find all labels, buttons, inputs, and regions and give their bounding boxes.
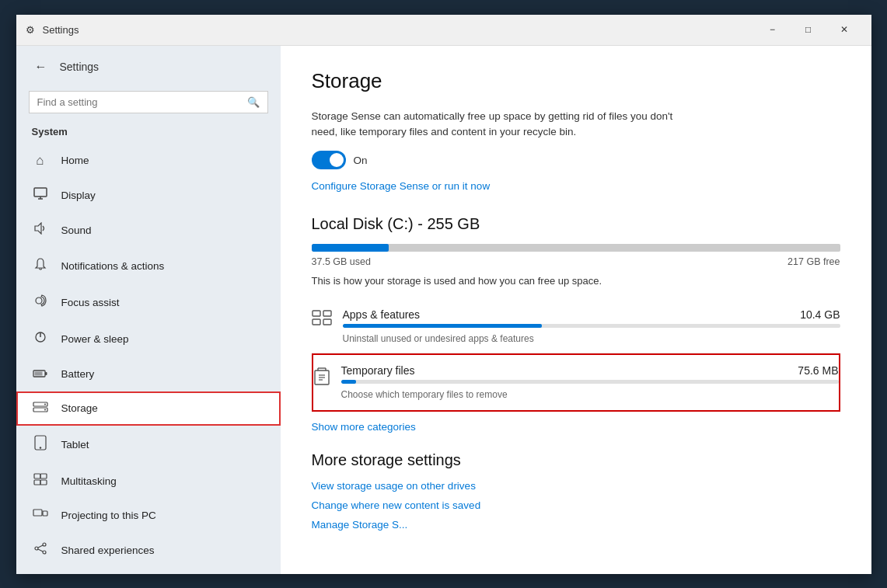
manage-storage-link[interactable]: Manage Storage S...: [312, 519, 840, 531]
svg-rect-29: [323, 311, 331, 316]
settings-icon: ⚙: [26, 24, 35, 36]
temp-icon: [313, 366, 330, 391]
search-input[interactable]: [37, 96, 241, 108]
temp-bar: [341, 380, 839, 384]
back-button[interactable]: ←: [32, 57, 51, 77]
storage-sense-toggle[interactable]: [312, 151, 346, 169]
sidebar: ← Settings 🔍 System ⌂ Home: [16, 46, 281, 574]
titlebar-left: ⚙ Settings: [26, 24, 79, 36]
config-link[interactable]: Configure Storage Sense or run it now: [312, 180, 491, 192]
main-content: Storage Storage Sense can automatically …: [281, 46, 871, 574]
sidebar-item-power-label: Power & sleep: [61, 333, 129, 345]
storage-item-apps[interactable]: Apps & features 10.4 GB Uninstall unused…: [312, 301, 840, 353]
temp-details: Temporary files 75.6 MB Choose which tem…: [341, 364, 839, 401]
svg-rect-28: [313, 311, 320, 316]
sidebar-item-focus-label: Focus assist: [61, 297, 120, 308]
system-label: System: [16, 123, 281, 144]
sidebar-item-notifications[interactable]: Notifications & actions: [16, 248, 281, 284]
sidebar-item-shared-label: Shared experiences: [61, 545, 155, 556]
temp-desc: Choose which temporary files to remove: [341, 389, 508, 400]
svg-point-13: [44, 409, 46, 410]
display-icon: [32, 187, 49, 204]
svg-point-15: [39, 447, 40, 448]
search-box: 🔍: [29, 91, 268, 113]
storage-item-temp[interactable]: Temporary files 75.6 MB Choose which tem…: [313, 357, 839, 409]
disk-hint: This is how your storage is used and how…: [312, 275, 840, 287]
apps-bar: [343, 324, 840, 328]
sidebar-item-multitasking[interactable]: Multitasking: [16, 464, 281, 499]
svg-rect-21: [43, 511, 47, 516]
sidebar-item-sound-label: Sound: [61, 224, 92, 236]
apps-name: Apps & features: [343, 308, 421, 321]
sidebar-item-home[interactable]: ⌂ Home: [16, 144, 281, 178]
sidebar-item-sound[interactable]: Sound: [16, 213, 281, 248]
titlebar-controls: − □ ✕: [755, 17, 862, 42]
show-more-link[interactable]: Show more categories: [312, 421, 416, 433]
settings-window: ⚙ Settings − □ ✕ ← Settings 🔍 System ⌂ H…: [16, 15, 871, 574]
minimize-button[interactable]: −: [755, 17, 791, 42]
view-storage-link[interactable]: View storage usage on other drives: [312, 480, 840, 492]
svg-rect-9: [34, 371, 42, 375]
sense-description: Storage Sense can automatically free up …: [312, 109, 685, 141]
svg-point-25: [43, 551, 46, 554]
disk-usage-bar: [312, 244, 840, 252]
more-settings-title: More storage settings: [312, 451, 840, 469]
apps-bar-fill: [343, 324, 542, 328]
storage-icon: [32, 401, 49, 416]
svg-rect-31: [323, 319, 331, 325]
sidebar-item-storage-label: Storage: [61, 402, 98, 414]
svg-point-12: [44, 403, 46, 405]
svg-point-24: [35, 547, 38, 550]
projecting-icon: [32, 508, 49, 524]
temp-files-highlighted: Temporary files 75.6 MB Choose which tem…: [312, 353, 840, 412]
svg-rect-20: [33, 510, 42, 516]
svg-line-27: [38, 549, 43, 551]
titlebar-title: Settings: [43, 24, 79, 36]
svg-point-4: [36, 297, 42, 304]
svg-rect-0: [34, 188, 47, 197]
svg-rect-18: [34, 480, 40, 485]
change-content-link[interactable]: Change where new content is saved: [312, 499, 840, 511]
svg-rect-19: [40, 480, 47, 485]
sidebar-item-multitasking-label: Multitasking: [61, 475, 117, 487]
sidebar-title: Settings: [60, 61, 100, 73]
apps-top: Apps & features 10.4 GB: [343, 308, 840, 321]
home-icon: ⌂: [32, 153, 49, 169]
sidebar-item-tablet-label: Tablet: [61, 439, 89, 451]
sidebar-item-projecting[interactable]: Projecting to this PC: [16, 499, 281, 533]
sidebar-item-power[interactable]: Power & sleep: [16, 321, 281, 357]
svg-marker-3: [35, 223, 41, 234]
sidebar-item-home-label: Home: [61, 155, 89, 166]
page-title: Storage: [312, 69, 840, 93]
disk-title: Local Disk (C:) - 255 GB: [312, 215, 840, 233]
temp-size: 75.6 MB: [798, 364, 838, 377]
svg-line-26: [38, 545, 43, 548]
sidebar-item-focus[interactable]: Focus assist: [16, 284, 281, 321]
apps-details: Apps & features 10.4 GB Uninstall unused…: [343, 308, 840, 345]
disk-used-label: 37.5 GB used: [312, 256, 371, 267]
multitasking-icon: [32, 473, 49, 489]
svg-point-23: [43, 543, 46, 546]
battery-icon: [32, 367, 49, 382]
sidebar-item-tablet[interactable]: Tablet: [16, 426, 281, 464]
sidebar-item-storage[interactable]: Storage: [16, 391, 281, 426]
sound-icon: [32, 222, 49, 238]
temp-bar-fill: [341, 380, 356, 384]
sidebar-item-shared[interactable]: Shared experiences: [16, 533, 281, 568]
focus-icon: [32, 294, 49, 311]
sidebar-item-projecting-label: Projecting to this PC: [61, 510, 156, 521]
sidebar-item-battery[interactable]: Battery: [16, 357, 281, 391]
close-button[interactable]: ✕: [826, 17, 862, 42]
tablet-icon: [32, 435, 49, 454]
titlebar: ⚙ Settings − □ ✕: [16, 15, 871, 46]
search-icon: 🔍: [247, 96, 260, 108]
apps-size: 10.4 GB: [800, 308, 840, 321]
disk-bar-used: [312, 244, 389, 252]
sidebar-item-display[interactable]: Display: [16, 178, 281, 213]
content-area: ← Settings 🔍 System ⌂ Home: [16, 46, 871, 574]
sidebar-item-notifications-label: Notifications & actions: [61, 260, 165, 272]
disk-stats: 37.5 GB used 217 GB free: [312, 256, 840, 267]
disk-free-label: 217 GB free: [787, 256, 840, 267]
maximize-button[interactable]: □: [791, 17, 826, 42]
shared-icon: [32, 542, 49, 558]
